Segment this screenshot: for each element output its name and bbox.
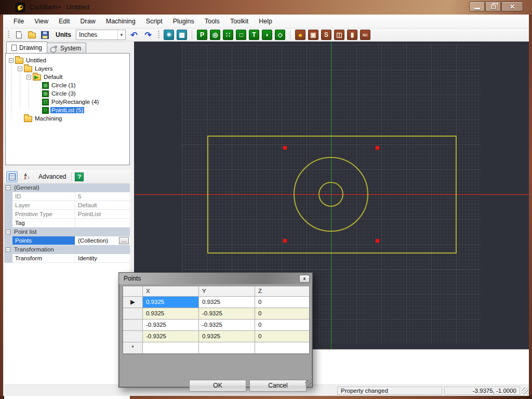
machine-profile-button[interactable]: ◫ bbox=[334, 30, 344, 40]
help-button[interactable]: ? bbox=[75, 172, 84, 181]
menu-script[interactable]: Script bbox=[141, 15, 168, 28]
undo-button[interactable]: ↶ bbox=[128, 30, 140, 40]
cell[interactable]: -0.9325 bbox=[143, 331, 199, 342]
point-entity[interactable] bbox=[376, 146, 379, 150]
property-category-point-list[interactable]: − Point list bbox=[4, 228, 130, 236]
horizontal-splitter[interactable] bbox=[5, 165, 130, 170]
property-row-tag[interactable]: Tag bbox=[4, 219, 130, 228]
new-row-marker[interactable]: * bbox=[123, 342, 143, 354]
menu-edit[interactable]: Edit bbox=[54, 15, 75, 28]
cell[interactable]: -0.9325 bbox=[143, 320, 199, 331]
alphabetical-sort-button[interactable]: A Z ↓ bbox=[21, 171, 33, 182]
units-combobox[interactable]: Inches ▼ bbox=[76, 30, 126, 40]
snap-points-button[interactable]: ✳ bbox=[164, 30, 174, 40]
circle-entity-small[interactable] bbox=[318, 182, 343, 207]
categorized-view-button[interactable] bbox=[6, 171, 18, 182]
dropdown-arrow-icon[interactable]: ▼ bbox=[117, 30, 125, 39]
property-value[interactable]: Identity bbox=[75, 254, 130, 263]
draw-pointlist-button[interactable]: ∷ bbox=[223, 30, 233, 40]
cell[interactable]: 0.9325 bbox=[199, 331, 255, 342]
point-entity[interactable] bbox=[376, 239, 379, 243]
machine-engrave-button[interactable]: S bbox=[321, 30, 331, 40]
draw-surface-button[interactable]: ◇ bbox=[275, 30, 285, 40]
collapse-icon[interactable]: − bbox=[9, 58, 14, 63]
column-header-x[interactable]: X bbox=[143, 286, 199, 297]
cell[interactable]: -0.9325 bbox=[199, 308, 255, 320]
menu-plugins[interactable]: Plugins bbox=[168, 15, 200, 28]
save-button[interactable] bbox=[39, 30, 50, 40]
machine-pocket-button[interactable]: ▣ bbox=[308, 30, 318, 40]
open-file-button[interactable] bbox=[26, 30, 37, 40]
dialog-title-bar[interactable]: Points x bbox=[119, 273, 312, 284]
draw-text-button[interactable]: T bbox=[249, 30, 259, 40]
row-header[interactable] bbox=[123, 320, 143, 331]
tree-item-machining[interactable]: Machining bbox=[18, 114, 63, 123]
row-header[interactable] bbox=[123, 308, 143, 320]
machine-drill-button[interactable]: ● bbox=[295, 30, 305, 40]
property-row-primitive-type[interactable]: Primitive Type PointList bbox=[4, 210, 130, 219]
cell-empty[interactable] bbox=[143, 342, 199, 354]
machine-ncfile-button[interactable]: NC bbox=[360, 30, 370, 40]
cell-empty[interactable] bbox=[255, 342, 309, 354]
ok-button[interactable]: OK bbox=[189, 380, 246, 392]
toolbar-grip[interactable] bbox=[158, 31, 159, 39]
point-entity[interactable] bbox=[283, 239, 287, 243]
collapse-icon[interactable]: − bbox=[6, 230, 10, 234]
tab-drawing[interactable]: Drawing bbox=[6, 42, 47, 53]
cell[interactable]: 0 bbox=[255, 297, 309, 308]
tree-item-untitled[interactable]: − Untitled bbox=[9, 56, 47, 64]
new-file-button[interactable] bbox=[14, 30, 24, 40]
cell[interactable]: 0.9325 bbox=[143, 308, 199, 320]
collection-editor-button[interactable]: … bbox=[119, 237, 129, 244]
tree-item-polyrectangle-4[interactable]: □ PolyRectangle (4) bbox=[42, 98, 100, 106]
property-category-transformation[interactable]: − Transformation bbox=[4, 245, 130, 254]
toolbar-grip[interactable] bbox=[8, 31, 9, 39]
property-row-layer[interactable]: Layer Default bbox=[4, 201, 130, 210]
close-button[interactable]: ✕ bbox=[501, 2, 523, 11]
collapse-icon[interactable]: − bbox=[6, 247, 10, 252]
menu-draw[interactable]: Draw bbox=[75, 15, 101, 28]
property-row-transform[interactable]: Transform Identity bbox=[4, 254, 130, 263]
cell-selected[interactable]: 0.9325 bbox=[143, 297, 199, 308]
draw-polyline-button[interactable]: P bbox=[197, 30, 207, 40]
minimize-button[interactable] bbox=[469, 2, 485, 11]
tree-item-circle-1[interactable]: ◎ Circle (1) bbox=[42, 81, 77, 89]
property-row-points[interactable]: Points (Collection) … bbox=[4, 236, 130, 245]
tree-item-default-layer[interactable]: − Default bbox=[26, 73, 63, 81]
menu-machining[interactable]: Machining bbox=[101, 15, 141, 28]
tree-item-layers[interactable]: − Layers bbox=[18, 64, 54, 73]
tree-item-pointlist-5[interactable]: ∷ PointList (5) bbox=[42, 106, 84, 114]
collapse-icon[interactable]: − bbox=[18, 66, 22, 71]
advanced-button[interactable]: Advanced bbox=[36, 173, 68, 180]
cell[interactable]: 0.9325 bbox=[199, 297, 255, 308]
column-header-y[interactable]: Y bbox=[199, 286, 255, 297]
column-header-z[interactable]: Z bbox=[255, 286, 309, 297]
menu-help[interactable]: Help bbox=[254, 15, 277, 28]
draw-circle-button[interactable]: ◎ bbox=[210, 30, 220, 40]
cell-empty[interactable] bbox=[199, 342, 255, 354]
current-row-marker[interactable]: ▶ bbox=[123, 297, 143, 308]
grid-toggle-button[interactable]: ▦ bbox=[177, 30, 187, 40]
dialog-close-button[interactable]: x bbox=[299, 275, 310, 283]
redo-button[interactable]: ↷ bbox=[142, 30, 154, 40]
maximize-button[interactable] bbox=[485, 2, 501, 11]
menu-file[interactable]: File bbox=[8, 15, 29, 28]
property-category-general[interactable]: − (General) bbox=[4, 183, 130, 192]
collapse-icon[interactable]: − bbox=[6, 185, 10, 190]
property-value[interactable] bbox=[75, 219, 130, 228]
window-resize-grip[interactable] bbox=[522, 388, 528, 394]
draw-rectangle-button[interactable]: □ bbox=[236, 30, 246, 40]
menu-view[interactable]: View bbox=[29, 15, 54, 28]
tab-system[interactable]: System bbox=[46, 43, 86, 53]
dialog-resize-grip[interactable] bbox=[305, 380, 311, 386]
machine-lathe-button[interactable]: ▮ bbox=[347, 30, 357, 40]
collapse-icon[interactable]: − bbox=[26, 75, 31, 79]
title-bar[interactable]: CamBam+Untitled ✕ bbox=[0, 0, 532, 15]
property-row-id[interactable]: ID 5 bbox=[4, 192, 130, 201]
draw-arc-button[interactable]: ◗ bbox=[262, 30, 272, 40]
point-entity[interactable] bbox=[283, 146, 287, 150]
cell[interactable]: 0 bbox=[255, 331, 309, 342]
menu-tools[interactable]: Tools bbox=[200, 15, 225, 28]
tree-item-circle-3[interactable]: ◎ Circle (3) bbox=[42, 89, 77, 98]
menu-toolkit[interactable]: Toolkit bbox=[225, 15, 254, 28]
